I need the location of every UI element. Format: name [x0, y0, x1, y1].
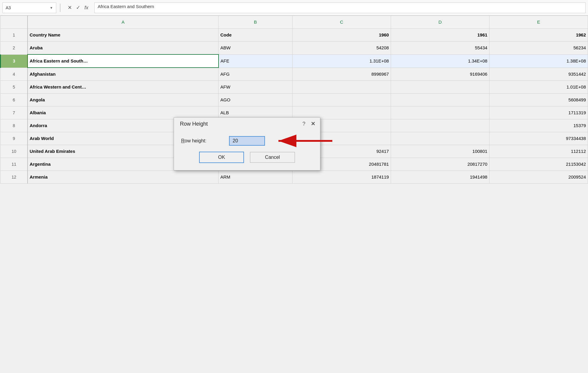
- row-number-8[interactable]: 8: [1, 119, 28, 132]
- cell-5-d[interactable]: [391, 81, 489, 94]
- cell-6-a[interactable]: Angola: [28, 94, 219, 106]
- dialog-title: Row Height: [180, 121, 208, 127]
- formula-bar-divider: [60, 4, 60, 12]
- table-row[interactable]: 2ArubaABW542085543456234: [1, 42, 588, 55]
- col-header-c[interactable]: C: [292, 16, 391, 29]
- row-number-2[interactable]: 2: [1, 42, 28, 55]
- dialog-body: Row height:: [174, 130, 320, 170]
- col-header-b[interactable]: B: [219, 16, 293, 29]
- cell-4-a[interactable]: Afghanistan: [28, 68, 219, 81]
- cell-2-e[interactable]: 56234: [489, 42, 588, 55]
- row-number-4[interactable]: 4: [1, 68, 28, 81]
- fx-icon[interactable]: fx: [84, 5, 88, 11]
- cell-12-a[interactable]: Armenia: [28, 171, 219, 184]
- cell-12-c[interactable]: 1874119: [292, 171, 391, 184]
- cell-11-d[interactable]: 20817270: [391, 158, 489, 171]
- formula-input[interactable]: Africa Eastern and Southern: [94, 2, 586, 13]
- row-height-input[interactable]: [229, 136, 265, 146]
- ok-button[interactable]: OK: [199, 152, 244, 163]
- confirm-icon[interactable]: ✓: [76, 4, 80, 11]
- cell-4-e[interactable]: 9351442: [489, 68, 588, 81]
- cell-12-e[interactable]: 2009524: [489, 171, 588, 184]
- cell-reference: A3: [6, 5, 11, 10]
- cell-7-e[interactable]: 1711319: [489, 106, 588, 119]
- row-number-11[interactable]: 11: [1, 158, 28, 171]
- arrow-annotation: [274, 132, 334, 150]
- row-height-field-row: Row height:: [181, 136, 313, 146]
- cell-10-e[interactable]: 112112: [489, 145, 588, 158]
- cell-3-d[interactable]: 1.34E+08: [391, 54, 489, 68]
- formula-bar: A3 ▼ ✕ ✓ fx Africa Eastern and Southern: [0, 0, 588, 16]
- cell-4-b[interactable]: AFG: [219, 68, 293, 81]
- cell-3-b[interactable]: AFE: [219, 54, 293, 68]
- cell-3-e[interactable]: 1.38E+08: [489, 54, 588, 68]
- cell-3-c[interactable]: 1.31E+08: [292, 54, 391, 68]
- cell-5-a[interactable]: Africa Western and Cent…: [28, 81, 219, 94]
- cell-6-e[interactable]: 5608499: [489, 94, 588, 106]
- name-box-dropdown-arrow: ▼: [50, 6, 53, 10]
- cell-8-e[interactable]: 15379: [489, 119, 588, 132]
- cell-5-e[interactable]: 1.01E+08: [489, 81, 588, 94]
- cell-6-d[interactable]: [391, 94, 489, 106]
- name-box[interactable]: A3 ▼: [2, 2, 56, 13]
- spreadsheet: A B C D E 1Country NameCode1960196119622…: [0, 16, 588, 184]
- table-row[interactable]: 4AfghanistanAFG899696791694069351442: [1, 68, 588, 81]
- cell-3-a[interactable]: Africa Eastern and South…: [28, 54, 219, 68]
- cell-8-d[interactable]: [391, 119, 489, 132]
- row-number-3[interactable]: 3: [1, 54, 28, 68]
- cell-1-e[interactable]: 1962: [489, 29, 588, 42]
- row-number-1[interactable]: 1: [1, 29, 28, 42]
- table-row[interactable]: 5Africa Western and Cent…AFW1.01E+08: [1, 81, 588, 94]
- table-row[interactable]: 1Country NameCode196019611962: [1, 29, 588, 42]
- cell-7-d[interactable]: [391, 106, 489, 119]
- row-height-label: Row height:: [181, 138, 229, 144]
- row-number-6[interactable]: 6: [1, 94, 28, 106]
- row-number-7[interactable]: 7: [1, 106, 28, 119]
- table-row[interactable]: 6AngolaAGO5608499: [1, 94, 588, 106]
- cell-12-b[interactable]: ARM: [219, 171, 293, 184]
- col-header-d[interactable]: D: [391, 16, 489, 29]
- dialog-buttons: OK Cancel: [181, 152, 313, 165]
- table-row[interactable]: 12ArmeniaARM187411919414982009524: [1, 171, 588, 184]
- cell-6-b[interactable]: AGO: [219, 94, 293, 106]
- cell-2-c[interactable]: 54208: [292, 42, 391, 55]
- row-number-9[interactable]: 9: [1, 132, 28, 145]
- formula-bar-controls: ✕ ✓ fx: [64, 4, 92, 11]
- corner-cell: [1, 16, 28, 29]
- cell-9-e[interactable]: 97334438: [489, 132, 588, 145]
- table-row[interactable]: 3Africa Eastern and South…AFE1.31E+081.3…: [1, 54, 588, 68]
- cell-1-b[interactable]: Code: [219, 29, 293, 42]
- dialog-close-button[interactable]: ✕: [311, 121, 315, 127]
- cell-5-b[interactable]: AFW: [219, 81, 293, 94]
- col-header-e[interactable]: E: [489, 16, 588, 29]
- col-header-a[interactable]: A: [28, 16, 219, 29]
- cell-12-d[interactable]: 1941498: [391, 171, 489, 184]
- cell-1-c[interactable]: 1960: [292, 29, 391, 42]
- cell-5-c[interactable]: [292, 81, 391, 94]
- cell-2-b[interactable]: ABW: [219, 42, 293, 55]
- cancel-icon[interactable]: ✕: [68, 4, 72, 11]
- row-number-10[interactable]: 10: [1, 145, 28, 158]
- row-height-dialog[interactable]: Row Height ? ✕ Row height:: [174, 117, 320, 170]
- cancel-button[interactable]: Cancel: [250, 152, 295, 163]
- dialog-title-bar: Row Height ? ✕: [174, 118, 320, 130]
- cell-4-d[interactable]: 9169406: [391, 68, 489, 81]
- cell-9-d[interactable]: [391, 132, 489, 145]
- row-number-5[interactable]: 5: [1, 81, 28, 94]
- cell-1-d[interactable]: 1961: [391, 29, 489, 42]
- cell-2-a[interactable]: Aruba: [28, 42, 219, 55]
- cell-1-a[interactable]: Country Name: [28, 29, 219, 42]
- arrow-svg: [274, 132, 334, 150]
- dialog-help-icon[interactable]: ?: [302, 121, 305, 127]
- cell-6-c[interactable]: [292, 94, 391, 106]
- cell-2-d[interactable]: 55434: [391, 42, 489, 55]
- cell-11-e[interactable]: 21153042: [489, 158, 588, 171]
- dialog-title-icons: ? ✕: [302, 121, 315, 127]
- cell-10-d[interactable]: 100801: [391, 145, 489, 158]
- row-number-12[interactable]: 12: [1, 171, 28, 184]
- cell-4-c[interactable]: 8996967: [292, 68, 391, 81]
